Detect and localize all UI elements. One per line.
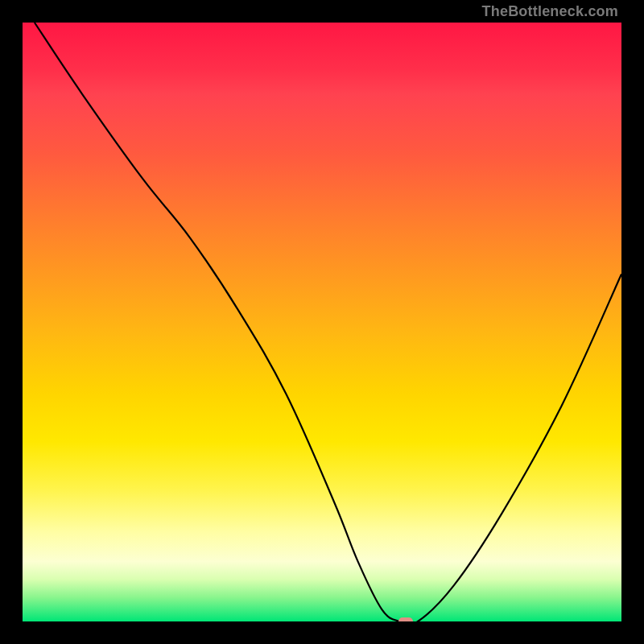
plot-area: [23, 23, 621, 621]
curve-layer: [23, 23, 621, 621]
watermark-label: TheBottleneck.com: [482, 3, 618, 20]
bottleneck-curve: [35, 23, 621, 621]
optimal-marker: [398, 617, 413, 621]
chart-frame: TheBottleneck.com: [0, 0, 644, 644]
